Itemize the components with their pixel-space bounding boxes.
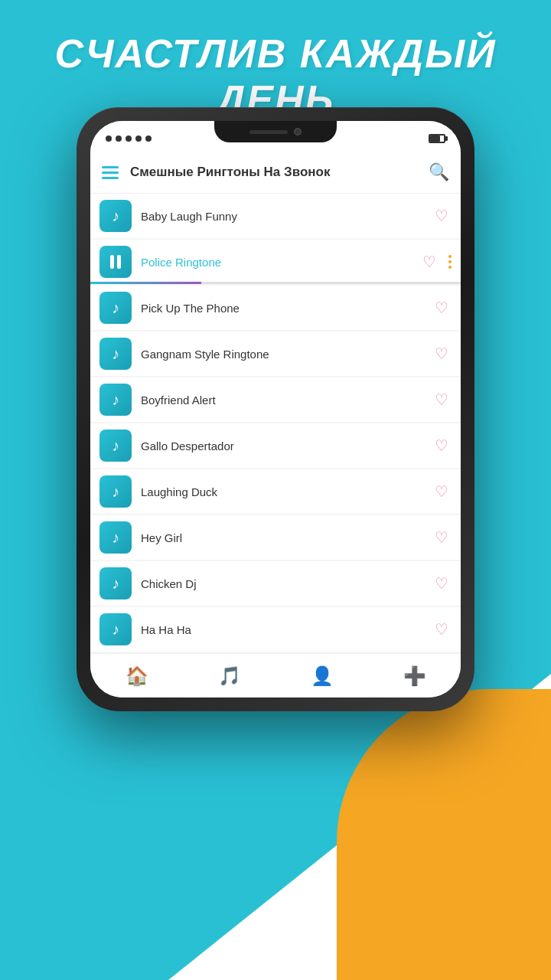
music-icon-box: ♪ bbox=[99, 613, 132, 645]
music-note-icon: ♪ bbox=[112, 345, 119, 363]
music-icon: 🎵 bbox=[218, 665, 241, 687]
nav-add[interactable]: ➕ bbox=[368, 654, 461, 697]
song-name: Baby Laugh Funny bbox=[141, 210, 425, 223]
music-note-icon: ♪ bbox=[112, 483, 119, 501]
phone-notch bbox=[214, 121, 337, 142]
song-item-wrapper: ♪Boyfriend Alert♡ bbox=[90, 377, 461, 422]
dot5 bbox=[145, 136, 152, 142]
pause-icon bbox=[110, 255, 121, 269]
more-dot bbox=[448, 255, 452, 258]
bottom-navigation: 🏠 🎵 👤 ➕ bbox=[90, 653, 461, 697]
status-right bbox=[429, 134, 445, 143]
favorite-button[interactable]: ♡ bbox=[435, 574, 448, 593]
favorite-button[interactable]: ♡ bbox=[435, 299, 448, 317]
user-icon: 👤 bbox=[311, 665, 334, 687]
music-icon-box: ♪ bbox=[99, 200, 132, 232]
song-name: Pick Up The Phone bbox=[141, 302, 425, 315]
dot4 bbox=[135, 136, 142, 142]
music-note-icon: ♪ bbox=[112, 207, 119, 225]
hamburger-line-2 bbox=[102, 172, 119, 174]
favorite-button[interactable]: ♡ bbox=[435, 345, 448, 363]
music-note-icon: ♪ bbox=[112, 391, 119, 409]
song-list: ♪Baby Laugh Funny♡Police Ringtone♡♪Pick … bbox=[90, 194, 461, 653]
more-options-button[interactable] bbox=[448, 255, 452, 269]
song-item[interactable]: ♪Laughing Duck♡ bbox=[90, 469, 461, 514]
progress-bar-container bbox=[90, 282, 461, 284]
phone-outer: Смешные Рингтоны На Звонок 🔍 ♪Baby Laugh… bbox=[77, 107, 474, 711]
music-icon-box: ♪ bbox=[99, 384, 132, 416]
song-item[interactable]: ♪Hey Girl♡ bbox=[90, 515, 461, 560]
song-name: Ha Ha Ha bbox=[141, 623, 425, 636]
nav-music[interactable]: 🎵 bbox=[183, 654, 276, 697]
song-item[interactable]: ♪Gangnam Style Ringtone♡ bbox=[90, 332, 461, 376]
song-item-wrapper: ♪Ha Ha Ha♡ bbox=[90, 607, 461, 652]
nav-user[interactable]: 👤 bbox=[276, 654, 368, 697]
song-item-wrapper: Police Ringtone♡ bbox=[90, 240, 461, 284]
favorite-button[interactable]: ♡ bbox=[435, 207, 448, 225]
song-name: Gallo Despertador bbox=[141, 439, 425, 452]
battery-icon bbox=[429, 134, 445, 143]
phone-mockup: Смешные Рингтоны На Звонок 🔍 ♪Baby Laugh… bbox=[77, 107, 474, 711]
music-note-icon: ♪ bbox=[112, 575, 119, 593]
song-name: Boyfriend Alert bbox=[141, 394, 425, 407]
song-name: Hey Girl bbox=[141, 531, 425, 544]
hamburger-button[interactable] bbox=[102, 166, 119, 179]
notch-camera bbox=[294, 128, 302, 136]
phone-screen: Смешные Рингтоны На Звонок 🔍 ♪Baby Laugh… bbox=[90, 121, 461, 697]
dot1 bbox=[106, 136, 112, 142]
dot2 bbox=[116, 136, 122, 142]
more-dot bbox=[448, 260, 452, 263]
music-note-icon: ♪ bbox=[112, 299, 119, 317]
song-item-wrapper: ♪Hey Girl♡ bbox=[90, 515, 461, 560]
song-item[interactable]: ♪Ha Ha Ha♡ bbox=[90, 607, 461, 652]
favorite-button[interactable]: ♡ bbox=[435, 528, 448, 547]
song-item[interactable]: ♪Chicken Dj♡ bbox=[90, 561, 461, 606]
song-item-wrapper: ♪Chicken Dj♡ bbox=[90, 561, 461, 606]
music-note-icon: ♪ bbox=[112, 621, 119, 639]
hamburger-line-1 bbox=[102, 166, 119, 168]
song-name: Police Ringtone bbox=[141, 256, 413, 269]
song-item-wrapper: ♪Laughing Duck♡ bbox=[90, 469, 461, 514]
music-note-icon: ♪ bbox=[112, 437, 119, 455]
music-icon-box: ♪ bbox=[99, 567, 132, 599]
progress-fill bbox=[90, 282, 201, 284]
song-item-wrapper: ♪Gallo Despertador♡ bbox=[90, 423, 461, 468]
dot3 bbox=[126, 136, 132, 142]
music-icon-box: ♪ bbox=[99, 475, 132, 508]
more-dot bbox=[448, 266, 452, 269]
app-header: Смешные Рингтоны На Звонок 🔍 bbox=[90, 152, 461, 194]
music-icon-box: ♪ bbox=[99, 292, 132, 324]
notch-speaker bbox=[249, 130, 288, 134]
pause-bar-left bbox=[110, 255, 114, 269]
music-icon-box: ♪ bbox=[99, 521, 132, 554]
signal-dots bbox=[106, 136, 152, 142]
song-item[interactable]: Police Ringtone♡ bbox=[90, 240, 461, 284]
pause-icon-box bbox=[99, 246, 132, 278]
add-icon: ➕ bbox=[403, 665, 426, 687]
favorite-button[interactable]: ♡ bbox=[435, 390, 448, 409]
hamburger-line-3 bbox=[102, 177, 119, 179]
song-item-wrapper: ♪Gangnam Style Ringtone♡ bbox=[90, 332, 461, 376]
song-item-wrapper: ♪Pick Up The Phone♡ bbox=[90, 286, 461, 330]
app-title: Смешные Рингтоны На Звонок bbox=[130, 165, 417, 180]
song-item[interactable]: ♪Gallo Despertador♡ bbox=[90, 423, 461, 468]
music-icon-box: ♪ bbox=[99, 430, 132, 462]
song-item[interactable]: ♪Pick Up The Phone♡ bbox=[90, 286, 461, 330]
song-item-wrapper: ♪Baby Laugh Funny♡ bbox=[90, 194, 461, 238]
favorite-button[interactable]: ♡ bbox=[435, 436, 448, 455]
favorite-button[interactable]: ♡ bbox=[435, 620, 448, 639]
song-name: Gangnam Style Ringtone bbox=[141, 348, 425, 361]
search-button[interactable]: 🔍 bbox=[429, 162, 449, 182]
music-note-icon: ♪ bbox=[112, 529, 119, 547]
pause-bar-right bbox=[117, 255, 121, 269]
music-icon-box: ♪ bbox=[99, 338, 132, 370]
song-name: Chicken Dj bbox=[141, 577, 425, 590]
battery-fill bbox=[430, 136, 440, 142]
song-item[interactable]: ♪Baby Laugh Funny♡ bbox=[90, 194, 461, 238]
song-name: Laughing Duck bbox=[141, 485, 425, 498]
song-item[interactable]: ♪Boyfriend Alert♡ bbox=[90, 377, 461, 422]
favorite-button[interactable]: ♡ bbox=[422, 253, 436, 271]
favorite-button[interactable]: ♡ bbox=[435, 482, 448, 501]
nav-home[interactable]: 🏠 bbox=[90, 654, 183, 697]
home-icon: 🏠 bbox=[126, 665, 148, 687]
